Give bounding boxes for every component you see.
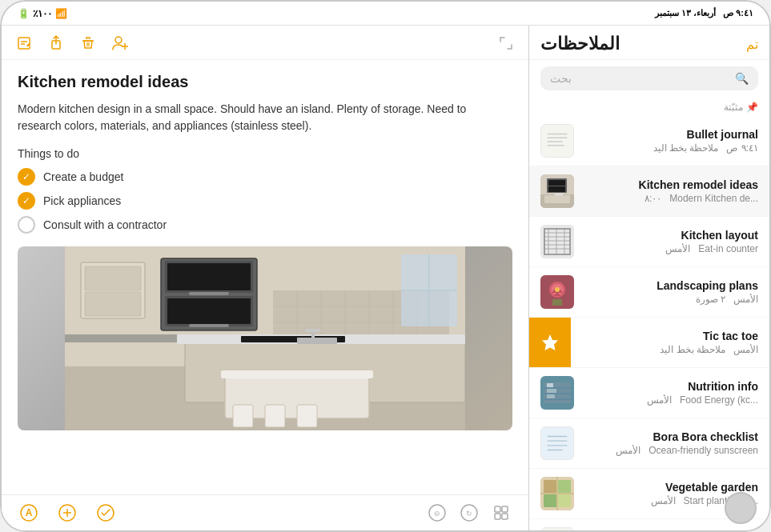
- status-left: 🔋 ٪١٠٠ 📶: [18, 8, 67, 19]
- style-icon[interactable]: A: [18, 502, 40, 524]
- svg-rect-42: [305, 329, 321, 332]
- svg-rect-89: [552, 299, 562, 306]
- note-item-title-kitchen: Kitchen remodel ideas: [582, 178, 758, 191]
- note-title: Kitchen remodel ideas: [18, 73, 512, 91]
- note-item-title-bullet: Bullet journal: [582, 128, 758, 141]
- edit-icon[interactable]: [14, 34, 34, 53]
- editor-content: Kitchen remodel ideas Modern kitchen des…: [2, 60, 528, 494]
- svg-rect-95: [547, 383, 553, 387]
- note-item-preview-ttt: الأمس ملاحظة بخط اليد: [590, 344, 758, 355]
- toolbar-right: [496, 34, 516, 53]
- undo-icon[interactable]: ⊖: [426, 502, 448, 524]
- search-bar[interactable]: 🔍 بحث: [540, 66, 758, 90]
- redo-icon[interactable]: ↻: [458, 502, 480, 524]
- svg-rect-23: [189, 324, 229, 327]
- svg-text:A: A: [26, 507, 33, 518]
- note-item-title-landscaping: Landscaping plans: [582, 279, 758, 292]
- todo-list: ✓ Create a budget ✓ Pick appliances Cons…: [18, 168, 512, 234]
- note-item-preview-nutrition: الأمس Food Energy (kc...: [582, 394, 758, 406]
- expand-icon[interactable]: [496, 34, 516, 53]
- note-item-tic-tac-toe[interactable]: Tic tac toe الأمس ملاحظة بخط اليد: [529, 318, 769, 368]
- svg-point-7: [115, 37, 122, 43]
- svg-rect-37: [221, 370, 373, 378]
- editor-toolbar: [2, 26, 528, 60]
- svg-rect-71: [548, 186, 565, 192]
- main-area: Kitchen remodel ideas Modern kitchen des…: [2, 26, 769, 530]
- todo-checkbox-2[interactable]: ✓: [18, 192, 35, 210]
- note-item-kitchen-layout[interactable]: Kitchen layout الأمس Eat-in counter: [529, 217, 769, 267]
- note-editor: Kitchen remodel ideas Modern kitchen des…: [2, 26, 529, 530]
- battery-percent: ٪١٠٠: [33, 8, 52, 19]
- sidebar-done-button[interactable]: تم: [746, 37, 758, 52]
- svg-rect-20: [189, 292, 229, 295]
- svg-rect-22: [167, 298, 251, 324]
- svg-rect-60: [495, 514, 500, 519]
- note-thumb-landscaping: [540, 275, 574, 309]
- note-item-bullet-journal[interactable]: Bullet journal ٩:٤١ ص ملاحظة بخط اليد: [529, 116, 769, 166]
- todo-checkbox-1[interactable]: ✓: [18, 168, 35, 186]
- svg-rect-40: [297, 405, 317, 427]
- todo-text-2: Pick appliances: [43, 194, 121, 207]
- todo-item-3: Consult with a contractor: [18, 216, 512, 234]
- search-placeholder: بحث: [550, 72, 572, 85]
- battery-icon: 🔋: [18, 8, 30, 19]
- note-thumb-bora: [540, 426, 574, 460]
- note-item-preview-kitchen: ٨:٠٠ Modern Kitchen de...: [582, 193, 758, 204]
- svg-text:↻: ↻: [466, 510, 472, 518]
- svg-rect-62: [541, 125, 573, 157]
- svg-rect-98: [541, 427, 573, 459]
- note-item-title-ttt: Tic tac toe: [590, 330, 758, 342]
- add-person-icon[interactable]: [110, 34, 130, 53]
- note-item-preview-landscaping: الأمس ٢ صورة: [582, 294, 758, 305]
- svg-point-88: [555, 287, 560, 292]
- svg-rect-104: [544, 480, 556, 493]
- bottom-toolbar-left: A: [18, 502, 117, 524]
- note-body: Modern kitchen design in a small space. …: [18, 101, 512, 134]
- svg-rect-59: [502, 506, 508, 512]
- search-icon: 🔍: [735, 72, 749, 85]
- toolbar-left: [14, 34, 130, 53]
- svg-text:⊖: ⊖: [434, 510, 440, 518]
- note-item-preview-layout: الأمس Eat-in counter: [582, 243, 758, 254]
- svg-rect-16: [85, 292, 141, 316]
- note-item-text-landscaping: Landscaping plans الأمس ٢ صورة: [582, 279, 758, 305]
- svg-rect-74: [555, 194, 563, 195]
- note-thumb-kitchen: [540, 174, 574, 208]
- note-item-kitchen-remodel[interactable]: Kitchen remodel ideas ٨:٠٠ Modern Kitche…: [529, 166, 769, 217]
- check-icon[interactable]: [94, 502, 117, 524]
- bottom-toolbar-right: ⊖ ↻: [426, 502, 512, 524]
- wifi-icon: 📶: [55, 8, 67, 19]
- svg-rect-105: [558, 480, 571, 493]
- add-icon[interactable]: [56, 502, 78, 524]
- pin-icon: 📌: [746, 102, 758, 113]
- note-item-title-layout: Kitchen layout: [582, 229, 758, 242]
- ipad-frame: 🔋 ٪١٠٠ 📶 ٩:٤١ ص أربعاء، ١٣ سبتمبر: [0, 0, 771, 532]
- note-item-title-garden: Vegetable garden: [582, 481, 758, 494]
- share-icon[interactable]: [46, 34, 66, 53]
- note-item-landscaping[interactable]: Landscaping plans الأمس ٢ صورة: [529, 267, 769, 318]
- status-right: ٩:٤١ ص أربعاء، ١٣ سبتمبر: [655, 8, 753, 18]
- svg-rect-19: [167, 263, 251, 290]
- delete-icon[interactable]: [78, 34, 98, 53]
- note-item-preview-bora: الأمس Ocean-friendly sunscreen: [582, 445, 758, 456]
- svg-rect-75: [540, 225, 574, 258]
- sidebar-header: تم الملاحظات: [529, 26, 769, 60]
- svg-rect-96: [547, 389, 556, 393]
- svg-rect-73: [544, 195, 570, 203]
- todo-checkbox-3[interactable]: [18, 216, 35, 234]
- svg-rect-106: [544, 494, 556, 507]
- todo-section-title: Things to do: [18, 147, 512, 160]
- grid-icon[interactable]: [490, 502, 512, 524]
- status-time: ٩:٤١ ص أربعاء، ١٣ سبتمبر: [655, 8, 753, 18]
- svg-rect-38: [233, 405, 253, 427]
- todo-text-1: Create a budget: [43, 170, 123, 183]
- note-item-bora-bora[interactable]: Bora Bora checklist الأمس Ocean-friendly…: [529, 418, 769, 469]
- svg-rect-0: [18, 38, 30, 49]
- home-button[interactable]: [725, 492, 757, 524]
- sidebar-title: الملاحظات: [540, 34, 620, 54]
- notes-sidebar: تم الملاحظات 🔍 بحث 📌 مثبّتة Bullet journ…: [529, 26, 769, 530]
- note-thumb-layout: [540, 225, 574, 258]
- status-bar: 🔋 ٪١٠٠ 📶 ٩:٤١ ص أربعاء، ١٣ سبتمبر: [2, 2, 769, 26]
- note-item-nutrition[interactable]: Nutrition info الأمس Food Energy (kc...: [529, 368, 769, 418]
- svg-rect-58: [495, 506, 500, 512]
